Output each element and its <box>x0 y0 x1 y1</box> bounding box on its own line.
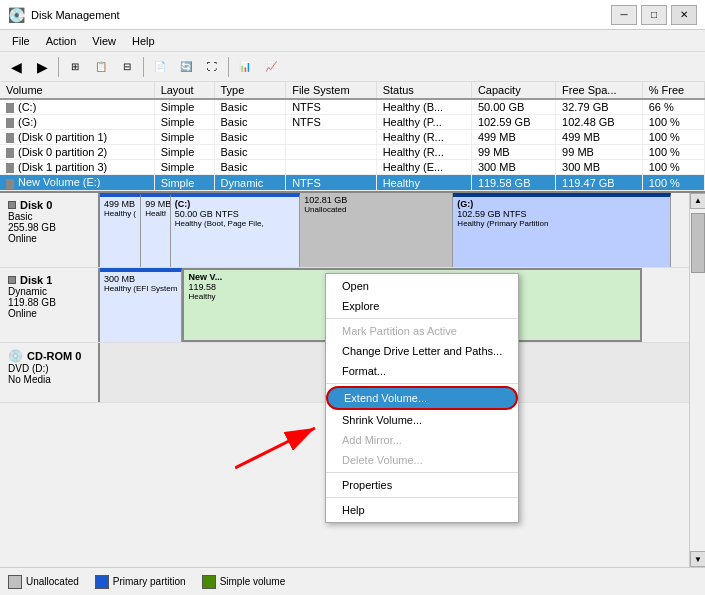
ctx-mark-active: Mark Partition as Active <box>326 321 518 341</box>
ctx-extend-volume[interactable]: Extend Volume... <box>326 386 518 410</box>
context-menu: Open Explore Mark Partition as Active Ch… <box>325 273 519 523</box>
row-disk-icon <box>6 179 14 189</box>
toolbar-btn2[interactable]: 📋 <box>89 55 113 79</box>
table-row[interactable]: (C:)SimpleBasicNTFSHealthy (B...50.00 GB… <box>0 99 705 115</box>
legend-simple-label: Simple volume <box>220 576 286 587</box>
legend-primary: Primary partition <box>95 575 186 589</box>
disk0-part2[interactable]: 99 MB Healthy <box>141 193 170 267</box>
cdrom-icon: 💿 <box>8 349 23 363</box>
legend-primary-box <box>95 575 109 589</box>
col-type[interactable]: Type <box>214 82 286 99</box>
disk0-icon <box>8 201 16 209</box>
toolbar-back[interactable]: ◀ <box>4 55 28 79</box>
legend-primary-label: Primary partition <box>113 576 186 587</box>
app-icon: 💽 <box>8 7 25 23</box>
maximize-button[interactable]: □ <box>641 5 667 25</box>
ctx-open[interactable]: Open <box>326 276 518 296</box>
col-capacity[interactable]: Capacity <box>471 82 555 99</box>
table-row[interactable]: (Disk 0 partition 2)SimpleBasicHealthy (… <box>0 145 705 160</box>
disk0-row: Disk 0 Basic 255.98 GB Online 499 MB Hea… <box>0 193 689 268</box>
disk0-part1[interactable]: 499 MB Healthy (Re <box>100 193 141 267</box>
cdrom0-label: 💿 CD-ROM 0 DVD (D:) No Media <box>0 343 100 402</box>
col-filesystem[interactable]: File System <box>286 82 377 99</box>
ctx-add-mirror: Add Mirror... <box>326 430 518 450</box>
scroll-thumb[interactable] <box>691 213 705 273</box>
disk0-type: Basic <box>8 211 90 222</box>
ctx-sep2 <box>326 383 518 384</box>
ctx-sep1 <box>326 318 518 319</box>
red-arrow <box>235 418 335 480</box>
toolbar-sep2 <box>143 57 144 77</box>
toolbar: ◀ ▶ ⊞ 📋 ⊟ 📄 🔄 ⛶ 📊 📈 <box>0 52 705 82</box>
menu-view[interactable]: View <box>84 33 124 49</box>
ctx-help[interactable]: Help <box>326 500 518 520</box>
disk1-size: 119.88 GB <box>8 297 90 308</box>
ctx-format[interactable]: Format... <box>326 361 518 381</box>
toolbar-btn4[interactable]: 📄 <box>148 55 172 79</box>
toolbar-forward[interactable]: ▶ <box>30 55 54 79</box>
disk0-part-g[interactable]: (G:) 102.59 GB NTFS Healthy (Primary Par… <box>453 193 671 267</box>
row-disk-icon <box>6 148 14 158</box>
title-bar: 💽 Disk Management ─ □ ✕ <box>0 0 705 30</box>
scrollbar-track: ▲ ▼ <box>689 193 705 567</box>
legend: Unallocated Primary partition Simple vol… <box>0 567 705 595</box>
window-title: Disk Management <box>31 9 120 21</box>
ctx-sep3 <box>326 472 518 473</box>
col-layout[interactable]: Layout <box>154 82 214 99</box>
disk1-name: Disk 1 <box>20 274 52 286</box>
disk1-label: Disk 1 Dynamic 119.88 GB Online <box>0 268 100 342</box>
legend-unallocated: Unallocated <box>8 575 79 589</box>
table-row[interactable]: (G:)SimpleBasicNTFSHealthy (P...102.59 G… <box>0 115 705 130</box>
scroll-down-btn[interactable]: ▼ <box>690 551 705 567</box>
legend-unalloc-label: Unallocated <box>26 576 79 587</box>
volume-table: Volume Layout Type File System Status Ca… <box>0 82 705 191</box>
disk0-unalloc[interactable]: 102.81 GB Unallocated <box>300 193 453 267</box>
disk0-name: Disk 0 <box>20 199 52 211</box>
toolbar-btn6[interactable]: ⛶ <box>200 55 224 79</box>
disk1-status: Online <box>8 308 90 319</box>
row-disk-icon <box>6 133 14 143</box>
disk0-part3[interactable]: (C:) 50.00 GB NTFS Healthy (Boot, Page F… <box>171 193 301 267</box>
close-button[interactable]: ✕ <box>671 5 697 25</box>
col-freespace[interactable]: Free Spa... <box>556 82 643 99</box>
svg-line-1 <box>235 428 315 468</box>
menu-bar: File Action View Help <box>0 30 705 52</box>
table-row[interactable]: (Disk 0 partition 1)SimpleBasicHealthy (… <box>0 130 705 145</box>
disk1-icon <box>8 276 16 284</box>
cdrom0-status: No Media <box>8 374 90 385</box>
toolbar-btn5[interactable]: 🔄 <box>174 55 198 79</box>
cdrom0-type: DVD (D:) <box>8 363 90 374</box>
toolbar-btn3[interactable]: ⊟ <box>115 55 139 79</box>
scroll-up-btn[interactable]: ▲ <box>690 193 705 209</box>
disk0-label: Disk 0 Basic 255.98 GB Online <box>0 193 100 267</box>
col-pctfree[interactable]: % Free <box>642 82 704 99</box>
menu-help[interactable]: Help <box>124 33 163 49</box>
toolbar-btn1[interactable]: ⊞ <box>63 55 87 79</box>
ctx-shrink-volume[interactable]: Shrink Volume... <box>326 410 518 430</box>
menu-file[interactable]: File <box>4 33 38 49</box>
table-row[interactable]: (Disk 1 partition 3)SimpleBasicHealthy (… <box>0 160 705 175</box>
ctx-change-letter[interactable]: Change Drive Letter and Paths... <box>326 341 518 361</box>
ctx-explore[interactable]: Explore <box>326 296 518 316</box>
disk0-size: 255.98 GB <box>8 222 90 233</box>
toolbar-btn8[interactable]: 📈 <box>259 55 283 79</box>
cdrom0-name: CD-ROM 0 <box>27 350 81 362</box>
toolbar-btn7[interactable]: 📊 <box>233 55 257 79</box>
disk0-status: Online <box>8 233 90 244</box>
legend-simple: Simple volume <box>202 575 286 589</box>
col-volume[interactable]: Volume <box>0 82 154 99</box>
ctx-delete-volume: Delete Volume... <box>326 450 518 470</box>
toolbar-sep3 <box>228 57 229 77</box>
menu-action[interactable]: Action <box>38 33 85 49</box>
table-row[interactable]: New Volume (E:)SimpleDynamicNTFSHealthy1… <box>0 175 705 190</box>
disk1-type: Dynamic <box>8 286 90 297</box>
volume-table-area: Volume Layout Type File System Status Ca… <box>0 82 705 193</box>
legend-simple-box <box>202 575 216 589</box>
row-disk-icon <box>6 118 14 128</box>
row-disk-icon <box>6 103 14 113</box>
ctx-properties[interactable]: Properties <box>326 475 518 495</box>
legend-unalloc-box <box>8 575 22 589</box>
disk1-part1[interactable]: 300 MB Healthy (EFI System Partition) <box>100 268 182 342</box>
minimize-button[interactable]: ─ <box>611 5 637 25</box>
col-status[interactable]: Status <box>376 82 471 99</box>
